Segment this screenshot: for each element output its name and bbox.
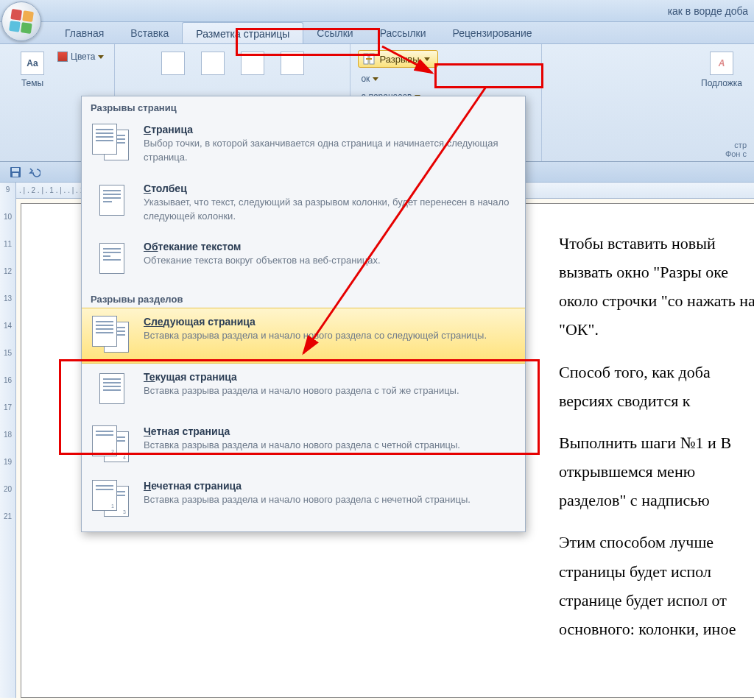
dd-item-column[interactable]: Столбец Указывает, что текст, следующий … bbox=[82, 175, 525, 234]
textwrap-item-icon bbox=[92, 241, 133, 277]
tab-mailings[interactable]: Рассылки bbox=[367, 22, 440, 43]
theme-colors-button[interactable]: Цвета bbox=[54, 50, 107, 63]
breaks-dropdown: Разрывы страниц Страница Выбор точки, в … bbox=[81, 96, 526, 532]
office-button[interactable] bbox=[1, 1, 41, 41]
themes-label: Темы bbox=[21, 78, 43, 88]
dd-item-next-page[interactable]: Следующая страница Вставка разрыва разде… bbox=[82, 308, 525, 364]
ribbon-tabs: Главная Вставка Разметка страницы Ссылки… bbox=[0, 22, 754, 44]
breaks-label: Разрывы bbox=[379, 54, 419, 65]
dd-item-textwrap-title: Обтекание текстом bbox=[144, 241, 515, 252]
dd-item-odd-page-desc: Вставка разрыва раздела и начало нового … bbox=[144, 493, 515, 507]
columns-button[interactable] bbox=[276, 49, 309, 78]
tab-page-layout[interactable]: Разметка страницы bbox=[182, 22, 303, 43]
doc-para-1: Чтобы вставить новый вызвать окно "Разры… bbox=[559, 229, 754, 344]
odd-page-item-icon: 3 1 bbox=[92, 480, 133, 517]
themes-icon bbox=[21, 52, 44, 75]
next-page-item-icon bbox=[92, 316, 133, 353]
line-numbers-fragment[interactable]: ок bbox=[358, 72, 437, 85]
undo-button[interactable] bbox=[28, 166, 41, 179]
page-break-icon bbox=[363, 53, 375, 65]
bg-frag-2: Фон с bbox=[725, 149, 747, 158]
dd-item-textwrap-desc: Обтекание текста вокруг объектов на веб-… bbox=[144, 254, 515, 268]
svg-rect-3 bbox=[12, 168, 19, 172]
tab-home[interactable]: Главная bbox=[52, 22, 117, 43]
colors-label: Цвета bbox=[71, 52, 95, 62]
window-title: как в ворде доба bbox=[668, 5, 748, 17]
chevron-down-icon bbox=[98, 55, 104, 59]
doc-para-4: Этим способом лучше страницы будет испол… bbox=[559, 528, 754, 643]
group-page-background: A Подложка стр Фон с bbox=[689, 44, 754, 161]
dd-item-continuous[interactable]: Текущая страница Вставка разрыва раздела… bbox=[82, 364, 525, 418]
margins-button[interactable] bbox=[157, 49, 189, 78]
title-bar: как в ворде доба bbox=[0, 0, 754, 22]
column-break-item-icon bbox=[92, 183, 133, 219]
watermark-icon: A bbox=[710, 52, 733, 75]
dd-item-next-page-desc: Вставка разрыва раздела и начало нового … bbox=[144, 329, 515, 343]
save-button[interactable] bbox=[9, 166, 22, 179]
tab-review[interactable]: Рецензирование bbox=[440, 22, 546, 43]
dd-item-even-page-title: Четная страница bbox=[144, 425, 515, 437]
page-break-item-icon bbox=[92, 124, 133, 160]
colors-icon bbox=[57, 52, 68, 62]
bg-frag-1: стр bbox=[725, 141, 747, 149]
group-themes-label bbox=[60, 149, 63, 158]
dd-item-even-page-desc: Вставка разрыва раздела и начало нового … bbox=[144, 439, 515, 453]
dd-item-page-desc: Выбор точки, в которой заканчивается одн… bbox=[144, 137, 515, 165]
dd-header-page-breaks: Разрывы страниц bbox=[82, 96, 525, 116]
even-page-item-icon: 4 2 bbox=[92, 425, 133, 462]
svg-rect-4 bbox=[13, 173, 18, 177]
dd-item-odd-page[interactable]: 3 1 Нечетная страница Вставка разрыва ра… bbox=[82, 473, 525, 527]
dd-header-section-breaks: Разрывы разделов bbox=[82, 288, 525, 308]
dd-item-column-desc: Указывает, что текст, следующий за разры… bbox=[144, 196, 515, 224]
office-logo-icon bbox=[9, 9, 34, 34]
breaks-button[interactable]: Разрывы bbox=[358, 50, 437, 68]
chevron-down-icon bbox=[373, 77, 378, 81]
dd-item-page-title: Страница bbox=[144, 124, 515, 135]
watermark-button[interactable]: A Подложка bbox=[697, 49, 747, 91]
margins-icon bbox=[161, 52, 185, 75]
dd-item-next-page-title: Следующая страница bbox=[144, 316, 515, 328]
dd-item-continuous-desc: Вставка разрыва раздела и начало нового … bbox=[144, 384, 515, 398]
dd-item-continuous-title: Текущая страница bbox=[144, 371, 515, 383]
dd-item-column-title: Столбец bbox=[144, 183, 515, 194]
doc-para-3: Выполнить шаги №1 и В открывшемся меню р… bbox=[559, 428, 754, 515]
doc-para-2: Способ того, как доба версиях сводится к bbox=[559, 358, 754, 415]
dd-item-textwrap[interactable]: Обтекание текстом Обтекание текста вокру… bbox=[82, 233, 525, 288]
tab-insert[interactable]: Вставка bbox=[117, 22, 182, 43]
orientation-icon bbox=[201, 52, 225, 75]
themes-button[interactable]: Темы bbox=[16, 49, 49, 91]
dd-item-page[interactable]: Страница Выбор точки, в которой заканчив… bbox=[82, 116, 525, 175]
size-icon bbox=[241, 52, 264, 75]
dd-item-even-page[interactable]: 4 2 Четная страница Вставка разрыва разд… bbox=[82, 418, 525, 473]
orientation-button[interactable] bbox=[197, 49, 229, 78]
chevron-down-icon bbox=[424, 57, 430, 61]
continuous-item-icon bbox=[92, 371, 133, 408]
ruler-vertical: 9 10 11 12 13 14 15 16 17 18 19 20 21 bbox=[0, 183, 16, 698]
tab-references[interactable]: Ссылки bbox=[303, 22, 366, 43]
size-button[interactable] bbox=[236, 49, 269, 78]
columns-icon bbox=[281, 52, 304, 75]
dd-item-odd-page-title: Нечетная страница bbox=[144, 480, 515, 492]
watermark-label: Подложка bbox=[701, 78, 742, 88]
